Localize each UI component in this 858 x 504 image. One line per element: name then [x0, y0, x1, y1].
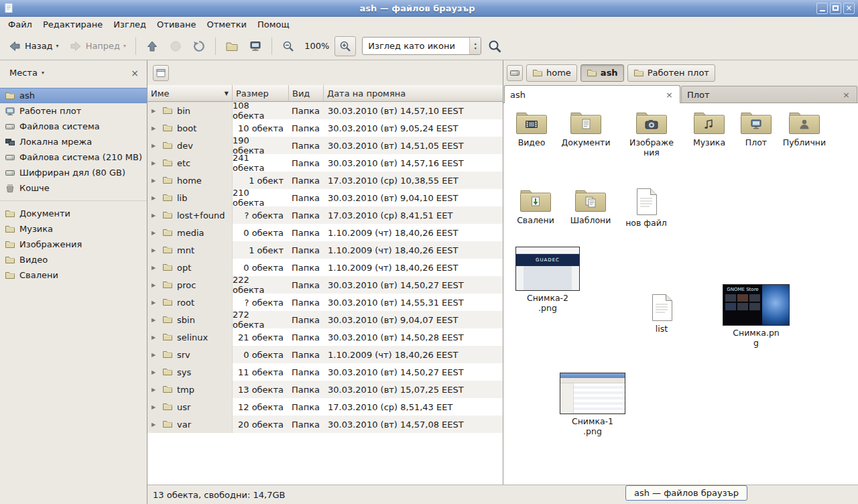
- icon-item-6[interactable]: Свалени: [513, 188, 558, 225]
- places-selector-button[interactable]: Места ▾: [5, 66, 48, 80]
- expander-icon[interactable]: ▶: [151, 300, 158, 306]
- tab-close-icon[interactable]: ×: [841, 90, 851, 100]
- icon-item-11[interactable]: GNOME StoreСнимка.png: [722, 284, 790, 348]
- expander-icon[interactable]: ▶: [151, 369, 158, 375]
- tree-row-lost+found[interactable]: ▶lost+found? обектаПапка17.03.2010 (ср) …: [147, 206, 503, 224]
- expander-icon[interactable]: ▶: [151, 230, 158, 236]
- spinner-icon[interactable]: ▴ ▾: [469, 38, 481, 54]
- icon-item-10[interactable]: list: [640, 294, 683, 334]
- tree-row-opt[interactable]: ▶opt0 обектаПапка1.10.2009 (чт) 18,40,26…: [147, 259, 503, 276]
- column-header-modified[interactable]: Дата на промяна: [324, 85, 503, 102]
- expander-icon[interactable]: ▶: [151, 334, 158, 340]
- expander-icon[interactable]: ▶: [151, 352, 158, 358]
- tree-row-home[interactable]: ▶home1 обектПапка17.03.2010 (ср) 10,38,5…: [147, 172, 503, 189]
- sidebar-item-10[interactable]: Видео: [0, 252, 147, 267]
- zoom-in-button[interactable]: [334, 36, 356, 56]
- sidebar-item-7[interactable]: Документи: [0, 206, 147, 221]
- tree-row-mnt[interactable]: ▶mnt1 обектПапка1.10.2009 (чт) 18,40,26 …: [147, 241, 503, 259]
- icon-item-5[interactable]: Публични: [781, 110, 828, 147]
- sidebar-item-2[interactable]: Файлова система: [0, 119, 147, 134]
- menu-item-1[interactable]: Редактиране: [38, 18, 108, 31]
- tree-row-lib[interactable]: ▶lib210 обектаПапка30.03.2010 (вт) 9,04,…: [147, 189, 503, 206]
- close-button[interactable]: ×: [843, 3, 855, 14]
- pathbar-root-button[interactable]: [507, 65, 523, 81]
- tree-row-media[interactable]: ▶media0 обектаПапка1.10.2009 (чт) 18,40,…: [147, 224, 503, 241]
- path-button-0[interactable]: home: [526, 64, 577, 82]
- forward-button[interactable]: Напред ▾: [65, 36, 131, 56]
- menu-item-0[interactable]: Файл: [3, 18, 38, 31]
- path-button-2[interactable]: Работен плот: [627, 64, 715, 82]
- back-history-icon[interactable]: ▾: [56, 43, 59, 49]
- tree-row-root[interactable]: ▶root? обектаПапка30.03.2010 (вт) 14,55,…: [147, 294, 503, 311]
- expander-icon[interactable]: ▶: [151, 178, 158, 184]
- icon-item-12[interactable]: Снимка-1.png: [558, 373, 627, 436]
- icon-item-2[interactable]: Изображения: [627, 110, 676, 158]
- up-button[interactable]: [141, 36, 163, 56]
- view-mode-select[interactable]: Изглед като икони ▴ ▾: [362, 37, 481, 55]
- reload-button[interactable]: [188, 36, 210, 56]
- sidebar-item-0[interactable]: ash: [0, 88, 147, 103]
- menu-item-4[interactable]: Отметки: [201, 18, 251, 31]
- tree-row-dev[interactable]: ▶dev190 обектаПапка30.03.2010 (вт) 14,51…: [147, 137, 503, 154]
- home-button[interactable]: [221, 36, 243, 56]
- tab-0[interactable]: ash×: [504, 85, 680, 103]
- tree-row-bin[interactable]: ▶bin108 обектаПапка30.03.2010 (вт) 14,57…: [147, 102, 503, 119]
- sidebar-item-3[interactable]: Локална мрежа: [0, 134, 147, 149]
- stop-button[interactable]: [165, 36, 186, 56]
- back-button[interactable]: Назад ▾: [4, 36, 63, 56]
- sidebar-close-button[interactable]: ×: [128, 68, 141, 78]
- expander-icon[interactable]: ▶: [151, 387, 158, 393]
- sidebar-item-1[interactable]: Работен плот: [0, 103, 147, 119]
- taskbar-window-button[interactable]: ash — файлов браузър: [625, 485, 747, 501]
- tree-row-var[interactable]: ▶var20 обектаПапка30.03.2010 (вт) 14,57,…: [147, 416, 503, 433]
- icon-item-0[interactable]: Видео: [510, 110, 553, 147]
- tree-row-sbin[interactable]: ▶sbin272 обектаПапка30.03.2010 (вт) 9,04…: [147, 311, 503, 328]
- minimize-button[interactable]: [816, 3, 828, 14]
- sidebar-item-9[interactable]: Изображения: [0, 237, 147, 252]
- tree-row-tmp[interactable]: ▶tmp13 обектаПапка30.03.2010 (вт) 15,07,…: [147, 381, 503, 398]
- expander-icon[interactable]: ▶: [151, 143, 158, 149]
- expander-icon[interactable]: ▶: [151, 160, 158, 166]
- icon-item-7[interactable]: Шаблони: [568, 188, 613, 225]
- column-header-size[interactable]: Размер: [233, 85, 289, 102]
- maximize-button[interactable]: [830, 3, 841, 14]
- tab-1[interactable]: Плот×: [681, 86, 857, 103]
- sidebar-item-11[interactable]: Свалени: [0, 267, 147, 283]
- expander-icon[interactable]: ▶: [151, 317, 158, 323]
- expander-icon[interactable]: ▶: [151, 212, 158, 218]
- zoom-out-button[interactable]: [278, 36, 299, 56]
- expander-icon[interactable]: ▶: [151, 247, 158, 253]
- menu-item-3[interactable]: Отиване: [151, 18, 201, 31]
- icon-item-1[interactable]: Документи: [557, 110, 615, 147]
- sidebar-item-5[interactable]: Шифриран дял (80 GB): [0, 165, 147, 180]
- computer-button[interactable]: [245, 36, 266, 56]
- expander-icon[interactable]: ▶: [151, 422, 158, 428]
- tree-row-srv[interactable]: ▶srv0 обектаПапка1.10.2009 (чт) 18,40,26…: [147, 346, 503, 363]
- tree-row-usr[interactable]: ▶usr12 обектаПапка17.03.2010 (ср) 8,51,4…: [147, 398, 503, 416]
- path-button-1[interactable]: ash: [580, 64, 624, 82]
- icon-item-8[interactable]: нов файл: [624, 188, 668, 228]
- titlebar[interactable]: ash — файлов браузър ×: [0, 0, 858, 17]
- expander-icon[interactable]: ▶: [151, 125, 158, 131]
- tree-row-sys[interactable]: ▶sys11 обектаПапка30.03.2010 (вт) 14,50,…: [147, 363, 503, 381]
- tree-row-etc[interactable]: ▶etc241 обектаПапка30.03.2010 (вт) 14,57…: [147, 154, 503, 172]
- search-button[interactable]: [483, 36, 506, 57]
- tree-row-proc[interactable]: ▶proc222 обектаПапка30.03.2010 (вт) 14,5…: [147, 276, 503, 294]
- icon-item-4[interactable]: Плот: [737, 110, 776, 147]
- sidebar-item-4[interactable]: Файлова система (210 MB): [0, 149, 147, 165]
- sidebar-item-8[interactable]: Музика: [0, 221, 147, 237]
- tree-row-selinux[interactable]: ▶selinux21 обектаПапка30.03.2010 (вт) 14…: [147, 328, 503, 346]
- expander-icon[interactable]: ▶: [151, 265, 158, 271]
- menu-item-2[interactable]: Изглед: [108, 18, 151, 31]
- expander-icon[interactable]: ▶: [151, 108, 158, 114]
- icon-item-9[interactable]: GUADECСнимка-2.png: [514, 247, 581, 313]
- expander-icon[interactable]: ▶: [151, 195, 158, 201]
- column-header-name[interactable]: Име▼: [147, 85, 233, 102]
- expander-icon[interactable]: ▶: [151, 282, 158, 288]
- tab-close-icon[interactable]: ×: [664, 90, 674, 100]
- menu-item-5[interactable]: Помощ: [252, 18, 295, 31]
- tree-row-boot[interactable]: ▶boot10 обектаПапка30.03.2010 (вт) 9,05,…: [147, 119, 503, 137]
- pane-toggle-button[interactable]: [153, 65, 169, 81]
- sidebar-item-6[interactable]: Кошче: [0, 180, 147, 196]
- icon-item-3[interactable]: Музика: [686, 110, 733, 147]
